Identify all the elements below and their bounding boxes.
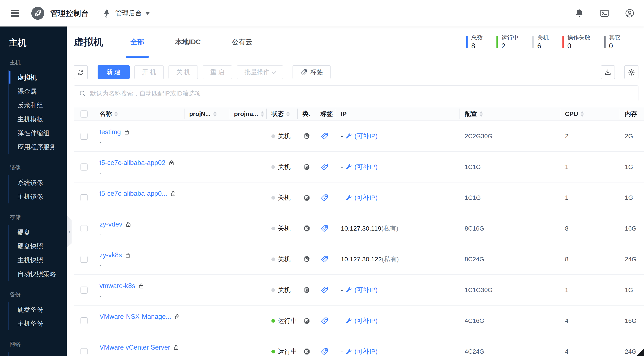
power-on-button[interactable]: 开 机 — [134, 65, 164, 79]
chevron-down-icon — [272, 70, 276, 74]
vm-name-link[interactable]: zy-vk8s — [100, 251, 122, 259]
terminal-icon[interactable] — [600, 8, 610, 18]
col-header-cpu[interactable]: CPU — [560, 107, 620, 121]
row-checkbox[interactable] — [80, 256, 88, 263]
sidebar-item-autoscaling-groups[interactable]: 弹性伸缩组 — [10, 126, 66, 140]
sort-icon[interactable] — [580, 111, 584, 117]
tag-button[interactable]: 标签 — [292, 65, 330, 79]
tag-icon[interactable] — [320, 317, 328, 325]
sort-icon[interactable] — [480, 111, 483, 117]
sidebar-item-host-images[interactable]: 主机镜像 — [10, 190, 66, 203]
fix-ip-link[interactable]: (可补IP) — [345, 347, 378, 356]
config-cell: 1C1G30G — [460, 275, 560, 305]
sort-icon[interactable] — [114, 111, 118, 117]
lock-icon — [138, 282, 144, 289]
sort-icon[interactable] — [261, 111, 264, 117]
notifications-bell-icon[interactable] — [574, 8, 584, 18]
row-checkbox[interactable] — [80, 286, 88, 294]
fix-ip-link[interactable]: (可补IP) — [345, 316, 378, 325]
col-header-type[interactable]: 类. — [297, 107, 316, 121]
restart-button[interactable]: 重 启 — [203, 65, 232, 79]
memory-cell: 1G — [620, 275, 644, 305]
workspace-switcher[interactable]: 管理后台 — [102, 9, 150, 18]
vm-name-link[interactable]: testimg — [100, 128, 121, 136]
tag-icon[interactable] — [320, 286, 328, 294]
refresh-button[interactable] — [74, 65, 88, 79]
tag-icon[interactable] — [320, 347, 328, 355]
tag-icon[interactable] — [320, 163, 328, 171]
status-dot — [272, 165, 275, 169]
row-checkbox[interactable] — [80, 194, 88, 201]
col-header-projname[interactable]: projna... — [229, 107, 266, 121]
vm-subtext: - — [100, 354, 102, 356]
tab-public-cloud[interactable]: 公有云 — [232, 27, 252, 58]
status-dot — [272, 196, 275, 200]
sidebar-item-system-images[interactable]: 系统镜像 — [10, 176, 66, 190]
sidebar-item-virtual-machines[interactable]: 虚拟机 — [10, 71, 66, 84]
batch-actions-button[interactable]: 批量操作 — [237, 65, 283, 79]
sort-icon[interactable] — [213, 111, 216, 117]
row-checkbox[interactable] — [80, 348, 88, 355]
sidebar-item-security-groups[interactable]: 安全组 — [10, 352, 66, 356]
tag-icon — [300, 69, 308, 76]
status-summary: 总数8 运行中2 关机6 操作失败0 其它0 — [466, 34, 620, 50]
sidebar-item-disk-snapshots[interactable]: 硬盘快照 — [10, 239, 66, 253]
sidebar-item-host-snapshots[interactable]: 主机快照 — [10, 253, 66, 267]
fix-ip-link[interactable]: (可补IP) — [345, 132, 378, 141]
vm-name-link[interactable]: VMware-NSX-Manage... — [100, 313, 171, 320]
user-avatar-icon[interactable] — [625, 8, 634, 18]
download-icon — [604, 68, 612, 76]
table-row: zy-vdev- 关机 10.127.30.119(私有) 8C16G 8 16… — [74, 213, 644, 244]
col-header-config[interactable]: 配置 — [460, 107, 560, 121]
col-header-ip[interactable]: IP — [336, 107, 460, 121]
sidebar-item-disks[interactable]: 硬盘 — [10, 225, 66, 239]
tab-all[interactable]: 全部 — [130, 27, 144, 58]
fix-ip-link[interactable]: (可补IP) — [345, 286, 378, 294]
vm-name-link[interactable]: zy-vdev — [100, 220, 122, 228]
row-checkbox[interactable] — [80, 133, 88, 140]
page-title: 虚拟机 — [74, 36, 103, 49]
fix-ip-link[interactable]: (可补IP) — [345, 193, 378, 202]
select-all-checkbox[interactable] — [80, 111, 88, 118]
config-cell: 4C16G — [460, 305, 560, 336]
column-settings-button[interactable] — [624, 65, 638, 79]
tag-icon[interactable] — [320, 132, 328, 140]
col-header-status[interactable]: 状态 — [266, 107, 297, 121]
sidebar-item-bare-metal[interactable]: 裸金属 — [10, 84, 66, 98]
fix-ip-link[interactable]: (可补IP) — [345, 163, 378, 171]
top-bar: 管理控制台 管理后台 — [0, 0, 644, 27]
tag-icon[interactable] — [320, 224, 328, 232]
search-input[interactable] — [90, 90, 633, 97]
col-header-projN[interactable]: projN... — [184, 107, 229, 121]
tag-icon[interactable] — [320, 255, 328, 263]
vm-subtext: - — [100, 293, 102, 299]
sidebar-item-app-services[interactable]: 应用程序服务 — [10, 140, 66, 154]
ip-cell: -(可补IP) — [336, 336, 460, 356]
export-download-button[interactable] — [601, 65, 615, 79]
sidebar-item-host-backups[interactable]: 主机备份 — [10, 316, 66, 330]
tag-icon[interactable] — [320, 194, 328, 202]
vm-name-link[interactable]: t5-ce7c-alibaba-app02 — [100, 159, 166, 167]
sidebar-item-auto-snapshot-policies[interactable]: 自动快照策略 — [10, 267, 66, 281]
power-off-button[interactable]: 关 机 — [168, 65, 198, 79]
sort-icon[interactable] — [286, 111, 290, 117]
row-checkbox[interactable] — [80, 317, 88, 324]
menu-toggle-icon[interactable] — [10, 9, 20, 18]
create-button[interactable]: 新 建 — [98, 65, 130, 79]
vm-name-link[interactable]: t5-ce7c-alibaba-app0... — [100, 190, 167, 197]
sidebar-collapse-handle[interactable]: ‹ — [66, 215, 72, 248]
lock-icon — [168, 159, 175, 166]
row-checkbox[interactable] — [80, 225, 88, 232]
status-cell: 运行中 — [266, 305, 297, 336]
vm-name-link[interactable]: vmware-k8s — [100, 282, 135, 290]
stat-color-bar — [466, 36, 468, 48]
row-checkbox[interactable] — [80, 163, 88, 171]
col-header-name[interactable]: 名称 — [94, 107, 184, 121]
col-header-memory[interactable]: 内存 — [620, 107, 644, 121]
sidebar-item-host-templates[interactable]: 主机模板 — [10, 112, 66, 126]
tab-local-idc[interactable]: 本地IDC — [175, 27, 201, 58]
col-header-tags[interactable]: 标签 — [316, 107, 336, 121]
sidebar-item-disk-backups[interactable]: 硬盘备份 — [10, 302, 66, 316]
sidebar-item-anti-affinity-groups[interactable]: 反亲和组 — [10, 98, 66, 112]
vm-name-link[interactable]: VMware vCenter Server — [100, 343, 170, 351]
